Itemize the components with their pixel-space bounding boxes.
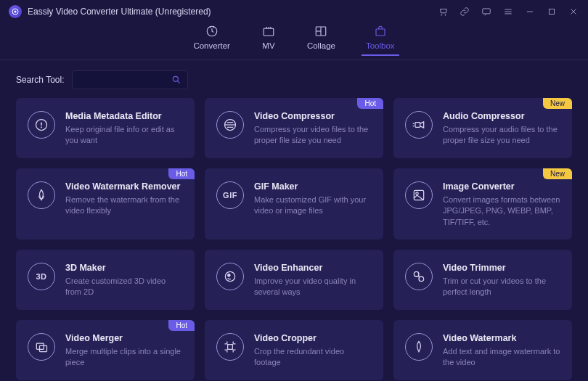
audio-icon [405, 111, 433, 139]
nav-label: MV [262, 41, 274, 50]
hot-badge: Hot [168, 320, 195, 331]
app-logo [9, 5, 22, 18]
cart-icon[interactable] [437, 6, 449, 17]
tool-card[interactable]: Video Watermark Add text and image water… [393, 320, 572, 380]
search-box[interactable] [72, 70, 188, 89]
link-icon[interactable] [459, 6, 470, 17]
tool-title: Video Watermark Remover [65, 181, 183, 192]
tool-card[interactable]: Hot Video Compressor Compress your video… [205, 98, 383, 158]
droplet-icon [28, 181, 55, 209]
tool-title: GIF Maker [254, 181, 372, 192]
tool-desc: Keep original file info or edit as you w… [65, 124, 183, 147]
tool-title: 3D Maker [65, 263, 183, 273]
tools-content: Media Metadata Editor Keep original file… [0, 98, 588, 381]
search-row: Search Tool: [0, 60, 588, 98]
tool-desc: Convert images formats between JPG/JPEG,… [443, 194, 560, 228]
tool-card[interactable]: Video Cropper Crop the redundant video f… [205, 320, 383, 380]
nav-toolbox[interactable]: Toolbox [366, 25, 395, 54]
tool-desc: Make customized GIF with your video or i… [254, 194, 372, 217]
tool-desc: Merge multiple clips into a single piece [65, 346, 183, 369]
merge-icon [28, 333, 55, 361]
svg-line-19 [177, 81, 179, 83]
svg-point-1 [15, 11, 17, 13]
tool-desc: Improve your video quality in several wa… [254, 276, 372, 298]
tool-title: Video Trimmer [443, 263, 560, 273]
svg-rect-13 [264, 28, 274, 36]
svg-rect-4 [483, 9, 491, 14]
titlebar: Eassiy Video Converter Ultimate (Unregis… [0, 0, 588, 23]
tool-title: Media Metadata Editor [65, 111, 183, 121]
tool-card[interactable]: Hot Video Watermark Remover Remove the w… [16, 168, 195, 239]
search-input[interactable] [78, 75, 171, 85]
tool-title: Video Merger [65, 333, 183, 343]
nav-mv[interactable]: MV [261, 25, 277, 54]
minimize-button[interactable] [524, 6, 536, 17]
svg-rect-25 [415, 123, 420, 128]
watermark-icon [405, 333, 433, 361]
menu-icon[interactable] [502, 6, 514, 17]
nav-label: Collage [307, 41, 335, 50]
tool-title: Video Enhancer [254, 263, 372, 273]
search-label: Search Tool: [16, 75, 65, 85]
svg-rect-9 [550, 9, 555, 15]
svg-point-29 [228, 274, 230, 276]
svg-point-28 [225, 271, 234, 281]
tool-card[interactable]: Video Enhancer Improve your video qualit… [205, 250, 383, 310]
info-icon [28, 111, 55, 139]
svg-point-3 [445, 15, 446, 15]
svg-rect-35 [40, 345, 47, 351]
palette-icon [216, 263, 244, 290]
image-icon [405, 181, 433, 209]
app-title: Eassiy Video Converter Ultimate (Unregis… [28, 7, 437, 17]
tool-desc: Remove the watermark from the video flex… [65, 194, 183, 217]
tool-desc: Create customized 3D video from 2D [65, 276, 183, 298]
close-button[interactable] [568, 6, 579, 17]
tool-desc: Trim or cut your videos to the perfect l… [443, 276, 560, 298]
tool-desc: Crop the redundant video footage [254, 346, 372, 369]
tool-card[interactable]: New Audio Compressor Compress your audio… [393, 98, 572, 158]
tools-grid: Media Metadata Editor Keep original file… [16, 98, 572, 380]
tool-title: Image Converter [443, 181, 560, 192]
svg-rect-34 [36, 343, 44, 349]
new-badge: New [543, 168, 572, 179]
tool-title: Video Cropper [254, 333, 372, 343]
tool-card[interactable]: Video Trimmer Trim or cut your videos to… [393, 250, 572, 310]
tool-card[interactable]: Hot Video Merger Merge multiple clips in… [16, 320, 195, 380]
svg-rect-36 [228, 344, 233, 349]
nav-collage[interactable]: Collage [307, 25, 335, 54]
tool-title: Audio Compressor [443, 111, 560, 121]
hot-badge: Hot [357, 98, 383, 109]
nav-converter[interactable]: Converter [193, 25, 230, 54]
new-badge: New [543, 98, 572, 109]
hot-badge: Hot [168, 168, 195, 179]
tool-card[interactable]: GIF GIF Maker Make customized GIF with y… [205, 168, 383, 239]
tool-card[interactable]: Media Metadata Editor Keep original file… [16, 98, 195, 158]
svg-point-2 [441, 15, 442, 15]
svg-point-27 [416, 192, 418, 194]
nav-label: Toolbox [366, 41, 395, 50]
search-icon[interactable] [171, 75, 181, 85]
tool-card[interactable]: 3D 3D Maker Create customized 3D video f… [16, 250, 195, 310]
svg-point-18 [173, 76, 178, 81]
chat-icon[interactable] [481, 6, 492, 17]
tool-desc: Compress your video files to the proper … [254, 124, 372, 147]
compress-icon [216, 111, 244, 139]
nav-label: Converter [193, 41, 230, 50]
tool-desc: Compress your audio files to the proper … [443, 124, 560, 147]
svg-rect-17 [376, 29, 385, 36]
scissors-icon [405, 263, 433, 290]
3d-icon: 3D [28, 263, 55, 290]
tool-desc: Add text and image watermark to the vide… [443, 346, 560, 369]
tool-card[interactable]: New Image Converter Convert images forma… [393, 168, 572, 239]
main-nav: Converter MV Collage Toolbox [0, 23, 588, 60]
tool-title: Video Watermark [443, 333, 560, 343]
tool-title: Video Compressor [254, 111, 372, 121]
maximize-button[interactable] [546, 6, 558, 17]
gif-icon: GIF [216, 181, 244, 209]
crop-icon [216, 333, 244, 361]
